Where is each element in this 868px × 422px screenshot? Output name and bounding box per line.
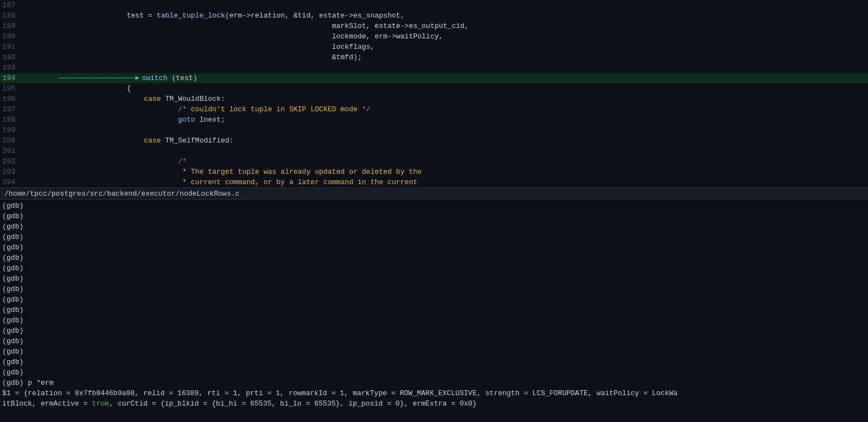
line-number-190: 190 <box>0 32 22 41</box>
line-number-197: 197 <box>0 105 22 113</box>
terminal-line-14: (gdb) <box>0 336 868 346</box>
line-number-201: 201 <box>0 147 22 155</box>
code-line-200: 200 case TM_SelfModified: <box>0 135 868 146</box>
terminal-line-9: (gdb) <box>0 284 868 294</box>
output-line-2: itBlock, ermActive = true, curCtid = {ip… <box>0 398 868 409</box>
terminal-line-10: (gdb) <box>0 294 868 305</box>
line-number-198: 198 <box>0 116 22 124</box>
terminal-line-13: (gdb) <box>0 326 868 336</box>
terminal-line-8: (gdb) <box>0 273 868 284</box>
line-number-199: 199 <box>0 126 22 134</box>
terminal-line-6: (gdb) <box>0 253 868 263</box>
terminal-line-2: (gdb) <box>0 211 868 221</box>
terminal-area[interactable]: (gdb) (gdb) (gdb) (gdb) (gdb) (gdb) (gdb… <box>0 199 868 422</box>
code-line-198: 198 goto lnext; <box>0 115 868 125</box>
terminal-line-17: (gdb) <box>0 367 868 378</box>
terminal-line-12: (gdb) <box>0 315 868 326</box>
main-container: 187 188 test = table_tuple_lock(erm->rel… <box>0 0 868 422</box>
terminal-line-3: (gdb) <box>0 221 868 232</box>
line-number-188: 188 <box>0 12 22 20</box>
line-number-204: 204 <box>0 178 22 186</box>
line-number-194: 194 <box>0 74 22 82</box>
line-number-200: 200 <box>0 136 22 145</box>
terminal-line-7: (gdb) <box>0 263 868 273</box>
line-number-193: 193 <box>0 64 22 72</box>
code-line-204: 204 * current command, or by a later com… <box>0 177 868 187</box>
file-path: /home/tpcc/postgres/src/backend/executor… <box>4 190 239 198</box>
terminal-line-16: (gdb) <box>0 357 868 367</box>
code-line-194: 194 ──────────────────►switch (test) <box>0 73 868 83</box>
terminal-line-5: (gdb) <box>0 242 868 253</box>
line-number-203: 203 <box>0 168 22 176</box>
line-number-196: 196 <box>0 95 22 103</box>
line-content-204: * current command, or by a later command… <box>22 170 868 187</box>
line-number-202: 202 <box>0 157 22 166</box>
line-number-195: 195 <box>0 84 22 93</box>
terminal-line-11: (gdb) <box>0 305 868 315</box>
code-line-192: 192 &tmfd); <box>0 52 868 62</box>
terminal-line-4: (gdb) <box>0 232 868 242</box>
code-editor: 187 188 test = table_tuple_lock(erm->rel… <box>0 0 868 187</box>
line-number-187: 187 <box>0 1 22 9</box>
file-path-bar: /home/tpcc/postgres/src/backend/executor… <box>0 187 868 199</box>
terminal-command-line: (gdb) p *erm <box>0 378 868 388</box>
line-number-189: 189 <box>0 22 22 30</box>
line-content-194: ──────────────────►switch (test) <box>22 66 868 90</box>
arrow-indicator: ──────────────────► <box>58 74 139 82</box>
terminal-line-1: (gdb) <box>0 201 868 211</box>
output-line-1: $1 = {relation = 0x7fb0446b9a98, relid =… <box>0 388 868 398</box>
line-number-192: 192 <box>0 53 22 61</box>
terminal-line-15: (gdb) <box>0 346 868 357</box>
line-number-191: 191 <box>0 43 22 51</box>
